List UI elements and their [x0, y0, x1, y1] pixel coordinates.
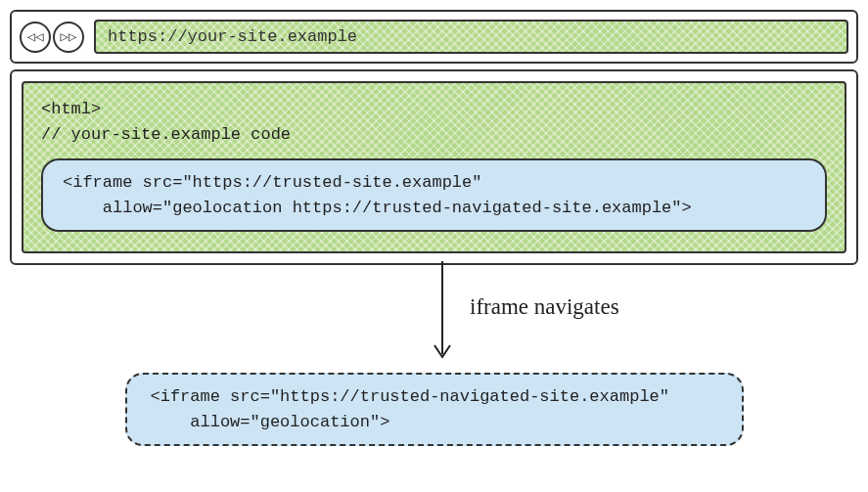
address-bar[interactable]: https://your-site.example — [94, 20, 848, 54]
code-line-2: // your-site.example code — [41, 125, 291, 144]
back-button[interactable]: ◁◁ — [20, 22, 51, 53]
arrow-label: iframe navigates — [470, 294, 619, 320]
browser-window-top: ◁◁ ▷▷ https://your-site.example — [10, 10, 858, 64]
iframe-navigated: <iframe src="https://trusted-navigated-s… — [125, 373, 744, 446]
rewind-icon: ◁◁ — [27, 28, 44, 45]
iframe-nav-line2: allow="geolocation"> — [151, 413, 390, 431]
first-party-page: <html> // your-site.example code <iframe… — [22, 81, 846, 253]
navigated-wrap: <iframe src="https://trusted-navigated-s… — [10, 373, 858, 446]
iframe-original: <iframe src="https://trusted-site.exampl… — [41, 158, 827, 232]
arrow-zone: iframe navigates — [10, 265, 858, 373]
iframe-orig-line1: <iframe src="https://trusted-site.exampl… — [63, 173, 481, 192]
forward-button[interactable]: ▷▷ — [53, 22, 84, 53]
iframe-orig-line2: allow="geolocation https://trusted-navig… — [63, 199, 692, 217]
page-code: <html> // your-site.example code — [41, 97, 827, 147]
nav-buttons: ◁◁ ▷▷ — [20, 22, 84, 53]
address-url: https://your-site.example — [108, 27, 357, 46]
address-row: ◁◁ ▷▷ https://your-site.example — [20, 20, 848, 54]
fastforward-icon: ▷▷ — [61, 28, 77, 45]
iframe-nav-line1: <iframe src="https://trusted-navigated-s… — [151, 387, 670, 406]
code-line-1: <html> — [41, 100, 101, 118]
arrow-down-icon — [431, 261, 460, 369]
browser-content-frame: <html> // your-site.example code <iframe… — [10, 69, 858, 265]
